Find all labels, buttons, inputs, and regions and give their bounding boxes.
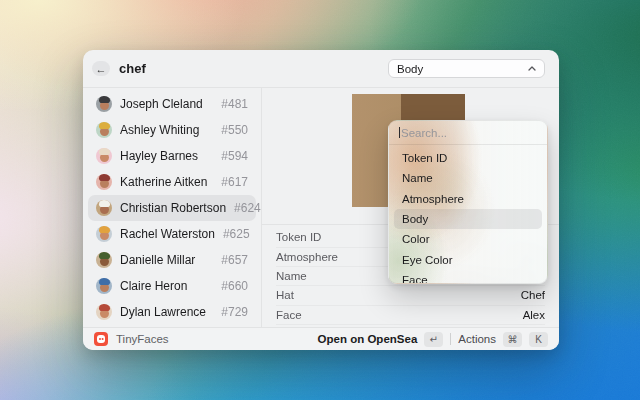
person-token-id: #657	[221, 253, 248, 267]
person-name: Christian Robertson	[120, 201, 226, 215]
attribute-label: Face	[276, 309, 302, 321]
attribute-row: Hat Chef	[276, 286, 545, 305]
text-cursor	[399, 127, 400, 138]
open-on-opensea-button[interactable]: Open on OpenSea	[318, 333, 418, 345]
avatar	[96, 252, 112, 268]
person-token-id: #624	[234, 201, 261, 215]
filter-option[interactable]: Name	[394, 168, 542, 188]
filter-option[interactable]: Face	[394, 270, 542, 284]
person-token-id: #481	[221, 97, 248, 111]
filter-option[interactable]: Atmosphere	[394, 189, 542, 209]
k-keycap-icon: K	[529, 332, 548, 347]
person-token-id: #729	[221, 305, 248, 319]
command-keycap-icon: ⌘	[503, 332, 522, 347]
avatar	[96, 278, 112, 294]
attribute-value: Chef	[521, 289, 545, 301]
list-item[interactable]: Rachel Waterston #625	[88, 221, 256, 247]
person-name: Claire Heron	[120, 279, 187, 293]
window-header: ← chef Body	[83, 50, 559, 88]
person-token-id: #594	[221, 149, 248, 163]
person-token-id: #625	[223, 227, 250, 241]
back-button[interactable]: ←	[92, 61, 110, 76]
list-item[interactable]: Ashley Whiting #550	[88, 117, 256, 143]
list-item[interactable]: Hayley Barnes #594	[88, 143, 256, 169]
list-item[interactable]: Danielle Millar #657	[88, 247, 256, 273]
avatar	[96, 226, 112, 242]
attribute-row: Glasses None	[276, 325, 545, 327]
list-item[interactable]: Dylan Lawrence #729	[88, 299, 256, 325]
avatar	[96, 304, 112, 320]
attribute-label: Name	[276, 270, 307, 282]
filter-search-input[interactable]: Search...	[389, 121, 547, 145]
avatar	[96, 200, 112, 216]
list-item[interactable]: Christian Robertson #624	[88, 195, 256, 221]
attribute-value: Alex	[523, 309, 545, 321]
filter-selected-value: Body	[397, 63, 423, 75]
back-arrow-icon: ←	[96, 63, 107, 75]
person-name: Katherine Aitken	[120, 175, 207, 189]
search-query-text: chef	[119, 61, 146, 76]
filter-option[interactable]: Token ID	[394, 148, 542, 168]
search-placeholder: Search...	[401, 127, 447, 139]
filter-option[interactable]: Color	[394, 229, 542, 249]
person-name: Ashley Whiting	[120, 123, 199, 137]
desktop-background: { "header": { "back_glyph": "←", "query"…	[0, 0, 640, 400]
attribute-label: Atmosphere	[276, 251, 338, 263]
footer-divider	[450, 333, 451, 345]
footer-actions: Open on OpenSea ↵ Actions ⌘ K	[318, 332, 548, 347]
avatar	[96, 122, 112, 138]
chevron-up-icon	[528, 66, 536, 71]
filter-option[interactable]: Eye Color	[394, 249, 542, 269]
person-token-id: #550	[221, 123, 248, 137]
person-token-id: #660	[221, 279, 248, 293]
person-name: Danielle Millar	[120, 253, 195, 267]
attribute-filter-dropdown-button[interactable]: Body	[388, 59, 545, 78]
avatar	[96, 96, 112, 112]
attribute-filter-menu: Search... Token ID Name Atmosphere Body …	[388, 120, 548, 284]
window-content: Joseph Cleland #481 Ashley Whiting #550 …	[83, 88, 559, 327]
attribute-label: Hat	[276, 289, 294, 301]
list-item[interactable]: Katherine Aitken #617	[88, 169, 256, 195]
person-name: Joseph Cleland	[120, 97, 203, 111]
actions-button[interactable]: Actions	[458, 333, 496, 345]
results-list: Joseph Cleland #481 Ashley Whiting #550 …	[83, 88, 262, 327]
avatar	[96, 174, 112, 190]
window-footer: TinyFaces Open on OpenSea ↵ Actions ⌘ K	[83, 327, 559, 350]
enter-keycap-icon: ↵	[424, 332, 443, 347]
attribute-label: Token ID	[276, 231, 321, 243]
tinyfaces-logo-icon	[94, 332, 108, 346]
filter-options-list: Token ID Name Atmosphere Body Color Eye …	[389, 145, 547, 284]
list-item[interactable]: Joseph Cleland #481	[88, 91, 256, 117]
person-name: Hayley Barnes	[120, 149, 198, 163]
person-name: Dylan Lawrence	[120, 305, 206, 319]
person-token-id: #617	[221, 175, 248, 189]
app-name: TinyFaces	[116, 333, 169, 345]
list-item[interactable]: Claire Heron #660	[88, 273, 256, 299]
avatar	[96, 148, 112, 164]
person-name: Rachel Waterston	[120, 227, 215, 241]
tinyfaces-window: ← chef Body Joseph Cleland #481 Ashley W…	[83, 50, 559, 350]
attribute-row: Face Alex	[276, 306, 545, 325]
filter-option[interactable]: Body	[394, 209, 542, 229]
